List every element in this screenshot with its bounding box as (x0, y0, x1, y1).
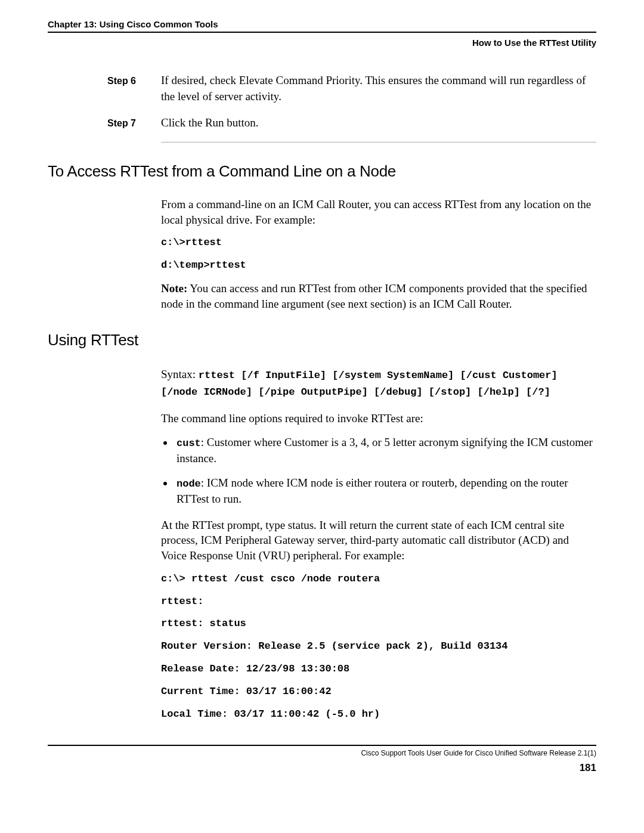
footer-rule (48, 745, 596, 746)
step-text: If desired, check Elevate Command Priori… (161, 73, 596, 104)
code-line: c:\>rttest (161, 236, 596, 250)
steps-block: Step 6 If desired, check Elevate Command… (107, 73, 596, 131)
option-text: : Customer where Customer is a 3, 4, or … (177, 436, 593, 465)
syntax-code: rttest [/f InputFile] [/system SystemNam… (161, 370, 558, 398)
section-heading-access: To Access RTTest from a Command Line on … (48, 160, 596, 182)
code-line: d:\temp>rttest (161, 258, 596, 272)
code-line: rttest: status (161, 617, 596, 631)
section-divider (161, 142, 596, 143)
footer-doc-title: Cisco Support Tools User Guide for Cisco… (361, 748, 596, 758)
syntax-label: Syntax: (161, 368, 199, 380)
option-key: node (177, 478, 201, 490)
chapter-title: Chapter 13: Using Cisco Common Tools (48, 18, 596, 30)
syntax-line: Syntax: rttest [/f InputFile] [/system S… (161, 366, 596, 400)
step-row: Step 6 If desired, check Elevate Command… (107, 73, 596, 104)
options-list: cust: Customer where Customer is a 3, 4,… (174, 435, 596, 507)
code-line: c:\> rttest /cust csco /node routera (161, 572, 596, 586)
code-line: Current Time: 03/17 16:00:42 (161, 685, 596, 699)
step-text: Click the Run button. (161, 115, 596, 131)
page-header: Chapter 13: Using Cisco Common Tools (48, 18, 596, 33)
list-item: node: ICM node where ICM node is either … (174, 475, 596, 507)
section1-body: From a command-line on an ICM Call Route… (161, 197, 596, 311)
header-subtitle: How to Use the RTTest Utility (48, 36, 596, 49)
step-label: Step 6 (107, 75, 161, 88)
step-row: Step 7 Click the Run button. (107, 115, 596, 131)
code-line: Release Date: 12/23/98 13:30:08 (161, 662, 596, 676)
note-text: You can access and run RTTest from other… (161, 282, 587, 310)
note-label: Note: (161, 282, 187, 295)
opts-intro: The command line options required to inv… (161, 411, 596, 426)
section-heading-using: Using RTTest (48, 329, 596, 351)
option-text: : ICM node where ICM node is either rout… (177, 476, 568, 505)
code-line: Router Version: Release 2.5 (service pac… (161, 639, 596, 654)
note-paragraph: Note: You can access and run RTTest from… (161, 281, 596, 311)
option-key: cust (177, 438, 201, 449)
code-line: Local Time: 03/17 11:00:42 (-5.0 hr) (161, 707, 596, 721)
section2-body: Syntax: rttest [/f InputFile] [/system S… (161, 366, 596, 721)
section1-intro: From a command-line on an ICM Call Route… (161, 197, 596, 227)
page-number: 181 (48, 761, 596, 775)
prompt-text: At the RTTest prompt, type status. It wi… (161, 518, 596, 563)
footer-doc-title-row: Cisco Support Tools User Guide for Cisco… (48, 748, 596, 758)
code-line: rttest: (161, 594, 596, 609)
list-item: cust: Customer where Customer is a 3, 4,… (174, 435, 596, 466)
step-label: Step 7 (107, 117, 161, 130)
